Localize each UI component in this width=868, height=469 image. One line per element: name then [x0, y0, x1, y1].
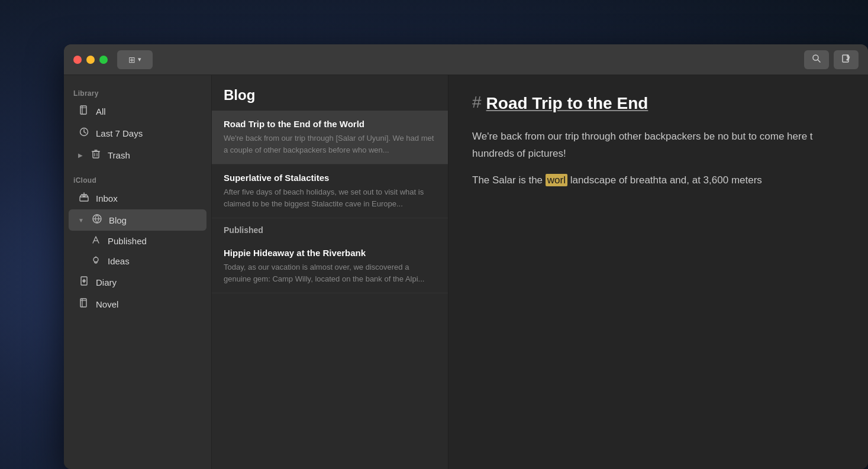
sidebar-item-diary[interactable]: Diary [69, 271, 206, 293]
diary-icon [78, 276, 90, 289]
sidebar-item-trash[interactable]: ▶ Trash [69, 144, 206, 166]
note-title-road-trip: Road Trip to the End of the World [224, 119, 436, 129]
sidebar-item-published[interactable]: Published [69, 231, 206, 251]
note-list-header: Blog [212, 75, 448, 111]
note-preview-road-trip: We're back from our trip through [Salar … [224, 132, 436, 156]
sidebar-item-last7days-label: Last 7 Days [96, 128, 143, 138]
published-icon [90, 235, 102, 247]
svg-line-11 [84, 132, 86, 133]
editor-body[interactable]: We're back from our trip through other b… [472, 128, 844, 189]
published-section-label: Published [212, 218, 448, 240]
editor-paragraph-2: The Salar is the worl landscape of breat… [472, 172, 844, 189]
svg-rect-26 [80, 299, 86, 307]
sidebar-item-diary-label: Diary [96, 277, 117, 287]
sidebar-item-all[interactable]: All [69, 101, 206, 122]
sidebar-item-trash-label: Trash [108, 150, 130, 160]
title-bar: ⊞ ▾ [64, 44, 868, 75]
sidebar-item-blog-label: Blog [109, 215, 127, 225]
library-section-label: Library [64, 85, 211, 100]
sidebar-item-inbox-label: Inbox [96, 193, 118, 203]
compose-icon [841, 54, 851, 65]
editor-paragraph-1: We're back from our trip through other b… [472, 128, 844, 163]
note-preview-stalactites: After five days of beach holidays, we se… [224, 186, 436, 209]
icloud-section-label: iCloud [64, 172, 211, 187]
svg-rect-17 [80, 197, 88, 201]
search-button[interactable] [804, 50, 829, 69]
blog-chevron-icon: ▼ [78, 217, 84, 224]
sidebar-item-ideas-label: Ideas [108, 256, 130, 266]
sidebar-toggle-button[interactable]: ⊞ ▾ [117, 50, 153, 69]
minimize-button[interactable] [86, 56, 95, 64]
heading-hash: # [472, 93, 482, 112]
svg-rect-12 [93, 151, 99, 158]
window-controls [73, 56, 108, 64]
note-item-road-trip[interactable]: Road Trip to the End of the World We're … [212, 111, 448, 164]
note-list-panel: Blog Road Trip to the End of the World W… [212, 75, 448, 469]
svg-line-1 [818, 60, 820, 62]
trash-icon [90, 148, 102, 161]
note-preview-hippie-hideaway: Today, as our vacation is almost over, w… [224, 261, 436, 284]
title-bar-left-controls: ⊞ ▾ [117, 50, 153, 69]
sidebar-item-last7days[interactable]: Last 7 Days [69, 122, 206, 144]
sidebar-item-inbox[interactable]: Inbox [69, 187, 206, 209]
note-item-hippie-hideaway[interactable]: Hippie Hideaway at the Riverbank Today, … [212, 240, 448, 293]
note-item-stalactites[interactable]: Superlative of Stalactites After five da… [212, 164, 448, 218]
dropdown-chevron-icon: ▾ [138, 56, 141, 63]
main-content: Library All [64, 75, 868, 469]
sidebar-item-novel-label: Novel [96, 299, 118, 309]
title-bar-right-controls [804, 50, 859, 69]
svg-rect-6 [80, 106, 86, 114]
clock-icon [78, 127, 90, 140]
search-icon [812, 54, 821, 65]
editor-heading: # Road Trip to the End [472, 93, 844, 114]
sidebar-icon: ⊞ [128, 55, 135, 64]
book-icon [78, 105, 90, 118]
close-button[interactable] [73, 56, 82, 64]
ideas-icon [90, 255, 102, 267]
editor-panel[interactable]: # Road Trip to the End We're back from o… [448, 75, 868, 469]
sidebar-item-novel[interactable]: Novel [69, 293, 206, 315]
app-window: ⊞ ▾ [64, 44, 868, 469]
sidebar-item-ideas[interactable]: Ideas [69, 251, 206, 271]
note-title-hippie-hideaway: Hippie Hideaway at the Riverbank [224, 248, 436, 258]
maximize-button[interactable] [99, 56, 108, 64]
inbox-icon [78, 192, 90, 205]
editor-title: Road Trip to the End [486, 93, 648, 114]
sidebar: Library All [64, 75, 212, 469]
sidebar-item-blog[interactable]: ▼ Blog [69, 209, 206, 231]
trash-chevron-icon: ▶ [78, 152, 83, 159]
sidebar-item-all-label: All [96, 106, 106, 117]
blog-icon [91, 214, 103, 227]
sidebar-item-published-label: Published [108, 236, 147, 246]
note-title-stalactites: Superlative of Stalactites [224, 173, 436, 183]
novel-icon [78, 297, 90, 310]
highlight-word: worl [546, 174, 567, 186]
compose-button[interactable] [834, 50, 859, 69]
svg-point-22 [93, 257, 98, 262]
